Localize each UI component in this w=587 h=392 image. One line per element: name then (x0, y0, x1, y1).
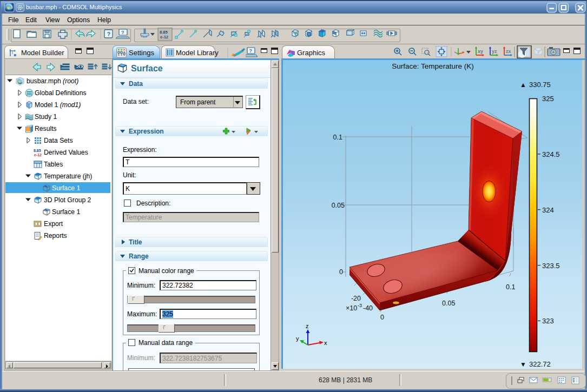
svg-text:Study 1: Study 1 (35, 113, 57, 121)
svg-text:▲: ▲ (520, 81, 526, 89)
svg-text:323: 323 (542, 317, 554, 325)
svg-text:x: x (324, 340, 327, 346)
svg-text:0.05: 0.05 (442, 300, 455, 307)
svg-text:Reports: Reports (44, 232, 67, 240)
svg-text:324: 324 (542, 206, 554, 214)
svg-text:8.85: 8.85 (160, 30, 168, 35)
svg-text:0: 0 (339, 268, 343, 276)
svg-text:y: y (296, 335, 299, 342)
svg-text:Model 1 (mod1): Model 1 (mod1) (35, 101, 81, 109)
svg-text:Surface 1: Surface 1 (52, 184, 80, 192)
svg-text:Global Definitions: Global Definitions (35, 89, 87, 97)
svg-text:?: ? (107, 31, 111, 37)
svg-text:Results: Results (35, 125, 57, 132)
svg-text:xy: xy (478, 49, 483, 54)
svg-text:330.75: 330.75 (529, 81, 551, 89)
svg-text:Tables: Tables (44, 161, 63, 168)
svg-text:zx: zx (506, 49, 511, 54)
svg-text:0: 0 (380, 314, 384, 321)
svg-text:8.85: 8.85 (34, 149, 41, 152)
svg-text:?: ? (249, 48, 253, 54)
svg-text:z: z (306, 323, 309, 329)
svg-text:?: ? (121, 30, 124, 35)
svg-text:-40: -40 (363, 304, 373, 312)
svg-text:e-12: e-12 (34, 153, 42, 157)
svg-text:324.5: 324.5 (542, 150, 560, 158)
svg-text:Data Sets: Data Sets (44, 137, 73, 144)
svg-text:323.5: 323.5 (542, 262, 560, 270)
svg-text:Derived Values: Derived Values (44, 149, 88, 156)
svg-text:×10: ×10 (346, 304, 357, 312)
svg-text:-3: -3 (358, 303, 362, 308)
svg-text:Temperature (jh): Temperature (jh) (44, 172, 92, 180)
svg-text:Surface: Temperature (K): Surface: Temperature (K) (392, 62, 473, 70)
svg-text:Surface 1: Surface 1 (52, 208, 80, 216)
svg-text:e-12: e-12 (160, 35, 168, 39)
svg-text:-20: -20 (351, 295, 361, 302)
svg-text:0.1: 0.1 (506, 283, 515, 291)
svg-text:▼: ▼ (520, 361, 526, 368)
svg-text:322.72: 322.72 (529, 360, 551, 368)
svg-text:busbar.mph (root): busbar.mph (root) (27, 77, 78, 85)
svg-text:0.1: 0.1 (333, 134, 342, 141)
svg-text:yz: yz (492, 49, 497, 54)
svg-text:325: 325 (542, 95, 554, 103)
svg-text:3D Plot Group 2: 3D Plot Group 2 (44, 196, 91, 204)
svg-text:0.05: 0.05 (332, 202, 345, 209)
svg-text:Export: Export (44, 220, 63, 228)
